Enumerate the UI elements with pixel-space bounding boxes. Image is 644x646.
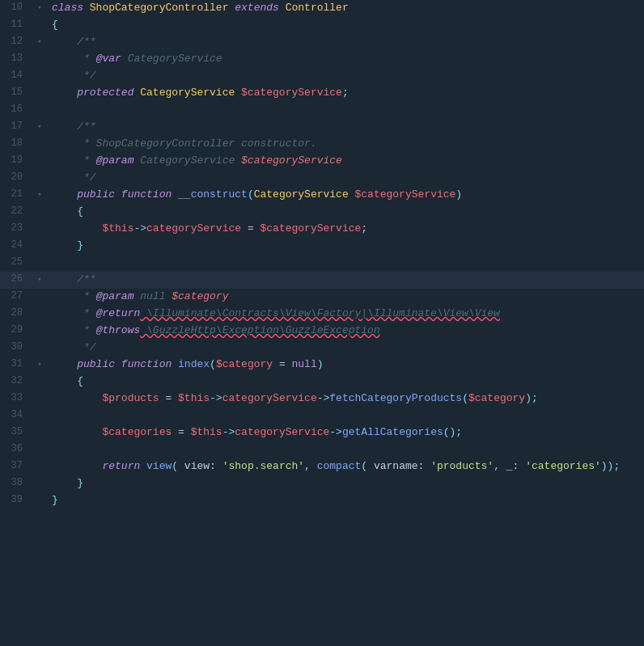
fold-gutter[interactable] xyxy=(34,391,45,407)
fold-gutter[interactable]: ▾ xyxy=(34,119,45,136)
code-content: { xyxy=(45,374,644,391)
code-content: } xyxy=(45,492,644,509)
line-number: 20 xyxy=(0,170,34,187)
token-comment: CategoryService xyxy=(133,154,241,167)
fold-gutter[interactable]: ▾ xyxy=(34,34,45,51)
code-content: /** xyxy=(45,34,644,51)
token-doc-tag: @return xyxy=(96,307,141,319)
token-variable: $categoryService xyxy=(355,188,456,201)
fold-gutter[interactable] xyxy=(34,492,45,509)
token-kw-function: function xyxy=(121,188,178,201)
fold-gutter[interactable] xyxy=(34,17,45,34)
fold-gutter[interactable] xyxy=(34,323,45,340)
token-plain xyxy=(52,87,77,99)
token-property: categoryService xyxy=(235,426,329,438)
token-string: 'categories' xyxy=(525,460,601,472)
fold-gutter[interactable] xyxy=(34,458,45,475)
fold-icon[interactable]: ▾ xyxy=(36,5,44,13)
token-punctuation: { xyxy=(77,375,83,387)
token-plain xyxy=(52,36,77,48)
token-arrow: -> xyxy=(222,426,235,438)
fold-gutter[interactable] xyxy=(34,407,45,424)
fold-gutter[interactable]: ▾ xyxy=(34,357,45,374)
fold-gutter[interactable]: ▾ xyxy=(34,0,45,17)
token-comment: * xyxy=(83,53,96,65)
fold-gutter[interactable] xyxy=(34,441,45,458)
line-number: 25 xyxy=(0,255,34,272)
token-punctuation: ) xyxy=(317,358,324,370)
fold-icon[interactable]: ▾ xyxy=(36,192,44,200)
code-content: class ShopCategoryController extends Con… xyxy=(45,0,644,17)
fold-gutter[interactable] xyxy=(34,221,45,238)
fold-icon[interactable]: ▾ xyxy=(36,124,44,132)
code-line: 24 } xyxy=(0,238,644,255)
token-punctuation: , xyxy=(304,460,317,472)
code-line: 16 xyxy=(0,102,644,119)
fold-gutter[interactable] xyxy=(34,424,45,441)
fold-gutter[interactable] xyxy=(34,170,45,187)
token-variable: $this xyxy=(191,426,222,438)
token-punctuation: ) xyxy=(455,188,462,201)
fold-gutter[interactable] xyxy=(34,102,45,119)
code-line: 18 * ShopCategoryController constructor. xyxy=(0,136,644,153)
fold-gutter[interactable] xyxy=(34,136,45,153)
token-plain: varname: xyxy=(374,460,430,472)
line-number: 38 xyxy=(0,475,34,492)
fold-gutter[interactable] xyxy=(34,51,45,68)
token-comment: * xyxy=(83,290,96,302)
token-kw-extends: extends xyxy=(235,2,285,14)
token-punctuation: ( xyxy=(210,358,216,370)
token-comment: /** xyxy=(77,36,95,48)
fold-gutter[interactable] xyxy=(34,68,45,85)
code-editor: 10▾class ShopCategoryController extends … xyxy=(0,0,644,646)
fold-gutter[interactable] xyxy=(34,289,45,306)
code-content: $categories = $this->categoryService->ge… xyxy=(45,424,644,441)
code-content xyxy=(45,255,644,272)
token-punctuation: )); xyxy=(601,460,620,472)
token-variable: $this xyxy=(102,222,133,234)
token-variable: $this xyxy=(178,392,210,404)
token-plain xyxy=(52,307,83,319)
token-kw-null: null xyxy=(292,358,317,370)
token-kw-function: function xyxy=(121,358,178,370)
line-number: 15 xyxy=(0,85,34,102)
token-comment: \GuzzleHttp\Exception\GuzzleException xyxy=(140,324,379,336)
fold-gutter[interactable] xyxy=(34,238,45,255)
token-plain xyxy=(52,290,83,302)
fold-gutter[interactable] xyxy=(34,255,45,272)
line-number: 16 xyxy=(0,102,34,119)
code-line: 23 $this->categoryService = $categorySer… xyxy=(0,221,644,238)
token-kw-keyword: return xyxy=(102,460,146,472)
fold-gutter[interactable] xyxy=(34,340,45,357)
token-plain xyxy=(52,137,83,150)
fold-gutter[interactable] xyxy=(34,306,45,323)
line-number: 24 xyxy=(0,238,34,255)
fold-gutter[interactable]: ▾ xyxy=(34,187,45,204)
fold-gutter[interactable] xyxy=(34,153,45,170)
fold-gutter[interactable] xyxy=(34,374,45,391)
fold-icon[interactable]: ▾ xyxy=(36,39,44,47)
fold-icon[interactable]: ▾ xyxy=(36,277,44,285)
token-kw-class: class xyxy=(52,2,90,14)
fold-gutter[interactable] xyxy=(34,204,45,221)
code-content: protected CategoryService $categoryServi… xyxy=(45,85,644,102)
token-comment: * ShopCategoryController constructor. xyxy=(83,137,317,150)
code-line: 25 xyxy=(0,255,644,272)
code-line: 36 xyxy=(0,441,644,458)
code-content: */ xyxy=(45,68,644,85)
token-variable: $categoryService xyxy=(241,87,342,99)
token-kw-keyword: public xyxy=(77,358,121,370)
code-line: 39} xyxy=(0,492,644,509)
fold-gutter[interactable] xyxy=(34,85,45,102)
code-line: 19 * @param CategoryService $categorySer… xyxy=(0,153,644,170)
line-number: 12 xyxy=(0,34,34,51)
token-property: categoryService xyxy=(146,222,241,234)
token-class-name: CategoryService xyxy=(140,87,241,99)
fold-gutter[interactable]: ▾ xyxy=(34,272,45,289)
token-property: categoryService xyxy=(222,392,317,404)
fold-icon[interactable]: ▾ xyxy=(36,361,44,369)
token-punctuation: ); xyxy=(525,392,538,404)
line-number: 10 xyxy=(0,0,34,17)
code-line: 31▾ public function index($category = nu… xyxy=(0,357,644,374)
fold-gutter[interactable] xyxy=(34,475,45,492)
